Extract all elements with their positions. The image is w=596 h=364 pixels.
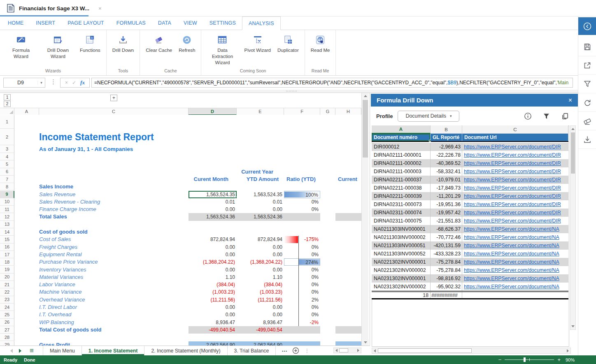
cell-E17[interactable]: 0.00 xyxy=(237,251,284,258)
cell-A2[interactable] xyxy=(14,129,39,145)
cell-G10[interactable] xyxy=(320,198,335,206)
cell-F16[interactable]: 0% xyxy=(284,243,320,251)
cell-C22[interactable]: Machine Variance xyxy=(39,288,189,296)
cell-D28[interactable] xyxy=(189,334,237,341)
copy-icon[interactable] xyxy=(561,112,569,120)
cell-G28[interactable] xyxy=(320,334,335,341)
document-number-cell[interactable]: DIRNA02111-000001 xyxy=(372,151,431,159)
cell-G12[interactable] xyxy=(320,213,335,220)
cell-F26[interactable]: -2% xyxy=(284,319,320,326)
cell-H2[interactable] xyxy=(335,129,361,145)
cell-D9[interactable]: 1,563,524.35 xyxy=(189,191,237,198)
cell-H21[interactable] xyxy=(335,281,361,288)
cell-E3[interactable] xyxy=(237,145,284,153)
cell-H15[interactable] xyxy=(335,236,361,243)
cell-E15[interactable]: 872,824.94 xyxy=(237,236,284,243)
document-number-cell[interactable]: DIRNA02211-000037 xyxy=(372,176,431,184)
sheet-menu-icon[interactable]: ≡ xyxy=(26,346,37,355)
document-url-cell[interactable]: https://www.ERPServer.com/document/NA xyxy=(462,274,568,283)
cell-F21[interactable]: 0% xyxy=(284,281,320,288)
document-url-cell[interactable]: https://www.ERPServer.com/document/NA xyxy=(462,241,568,250)
enter-icon[interactable]: ✓ xyxy=(72,80,76,86)
cell-C10[interactable]: Sales Revenue - Clearing xyxy=(39,198,189,206)
scrollbar-thumb[interactable] xyxy=(378,348,472,353)
cell-A20[interactable] xyxy=(14,274,39,281)
cell-G13[interactable] xyxy=(320,221,335,228)
cell-C13[interactable] xyxy=(39,221,189,228)
cell-D19[interactable]: 0.00 xyxy=(189,266,237,274)
formula-input[interactable]: =NECFORMULA("CURRENT","490000578","SERVE… xyxy=(91,78,573,88)
cell-E25[interactable]: 0.00 xyxy=(237,311,284,318)
cell-A3[interactable] xyxy=(14,145,39,153)
panel-horizontal-scrollbar[interactable] xyxy=(372,348,571,354)
scrollbar-thumb[interactable] xyxy=(571,132,575,174)
row-header-7[interactable]: 7 xyxy=(0,176,14,183)
cell-G9[interactable] xyxy=(320,191,335,198)
gl-amount-cell[interactable]: -40,369.52 xyxy=(431,159,462,167)
ribbon-button-duplicator[interactable]: Duplicator xyxy=(274,30,302,54)
panel-vertical-scrollbar[interactable] xyxy=(570,125,576,330)
ribbon-tab-data[interactable]: DATA xyxy=(152,16,177,30)
zoom-in-button[interactable]: + xyxy=(557,357,561,362)
document-number-cell[interactable]: NA0221302INV000001 xyxy=(372,258,431,266)
cell-A10[interactable] xyxy=(14,198,39,206)
cell-A9[interactable] xyxy=(14,191,39,198)
document-url-cell[interactable]: https://www.ERPServer.com/document/DIR xyxy=(462,167,568,176)
cell-G11[interactable] xyxy=(320,206,335,213)
panel-column-header-C[interactable]: C xyxy=(462,125,568,134)
document-number-cell[interactable]: NA0211303INV000051 xyxy=(372,241,431,250)
cell-F17[interactable]: 0% xyxy=(284,251,320,258)
cell-G25[interactable] xyxy=(320,311,335,318)
cell-F29[interactable] xyxy=(284,341,320,346)
cell-F25[interactable]: 0% xyxy=(284,311,320,318)
document-url-link[interactable]: https://www.ERPServer.com/document/NA xyxy=(464,276,559,281)
cell-E24[interactable]: 0.00 xyxy=(237,304,284,311)
total-overflow[interactable]: ########## xyxy=(431,292,462,298)
gl-amount-cell[interactable]: -433,328.23 xyxy=(431,250,462,258)
row-header-27[interactable]: 27 xyxy=(0,326,14,334)
cell-E21[interactable]: (384.04) xyxy=(237,281,284,288)
cell-G19[interactable] xyxy=(320,266,335,274)
column-header-H[interactable]: H xyxy=(335,108,361,115)
insert-function-icon[interactable]: fx xyxy=(80,79,85,86)
gl-amount-cell[interactable]: -75,278.84 xyxy=(431,266,462,274)
share-button[interactable] xyxy=(578,56,596,75)
document-number-cell[interactable]: DIR000012 xyxy=(372,143,431,151)
row-header-18[interactable]: 18 xyxy=(0,258,14,266)
document-url-link[interactable]: https://www.ERPServer.com/document/DIR xyxy=(464,218,561,224)
refresh-button[interactable] xyxy=(578,93,596,112)
cell-A19[interactable] xyxy=(14,266,39,274)
cell-D5[interactable] xyxy=(189,160,237,168)
cell-F8[interactable] xyxy=(284,183,320,190)
cell-C26[interactable]: WIP Balancing xyxy=(39,319,189,326)
row-header-6[interactable]: 6 xyxy=(0,168,14,176)
document-tab[interactable]: Financials for Sage X3 W... × xyxy=(0,0,107,16)
cell-D1[interactable] xyxy=(189,115,237,129)
cell-A27[interactable] xyxy=(14,326,39,334)
document-number-cell[interactable]: NA0221302INV000002 xyxy=(372,266,431,274)
document-number-cell[interactable]: NA0211303INV000052 xyxy=(372,250,431,258)
cell-H28[interactable] xyxy=(335,334,361,341)
cell-E4[interactable] xyxy=(237,153,284,160)
cell-G22[interactable] xyxy=(320,288,335,296)
row-header-21[interactable]: 21 xyxy=(0,281,14,288)
cell-A11[interactable] xyxy=(14,206,39,213)
cell-H14[interactable] xyxy=(335,228,361,236)
cell-D3[interactable] xyxy=(189,145,237,153)
outline-level-2-button[interactable]: 2 xyxy=(4,101,11,107)
sheet-tab-3-trial-balance[interactable]: 3. Trial Balance xyxy=(228,346,276,355)
cell-A6[interactable] xyxy=(14,168,39,176)
cell-F11[interactable]: 0% xyxy=(284,206,320,213)
cell-H17[interactable] xyxy=(335,251,361,258)
cell-H22[interactable] xyxy=(335,288,361,296)
cell-C11[interactable]: Finance Charge Income xyxy=(39,206,189,213)
cell-A23[interactable] xyxy=(14,296,39,304)
gl-amount-cell[interactable]: -17,849.73 xyxy=(431,184,462,192)
gl-amount-cell[interactable]: -19,957.42 xyxy=(431,209,462,217)
cell-E10[interactable]: 0.01 xyxy=(237,198,284,206)
document-url-link[interactable]: https://www.ERPServer.com/document/NA xyxy=(464,226,559,232)
gl-amount-cell[interactable]: -95,902.32 xyxy=(431,283,462,291)
cell-F20[interactable]: 0% xyxy=(284,274,320,281)
document-number-cell[interactable]: DIRNA02111-000003 xyxy=(372,167,431,176)
cell-D2[interactable] xyxy=(189,129,237,145)
